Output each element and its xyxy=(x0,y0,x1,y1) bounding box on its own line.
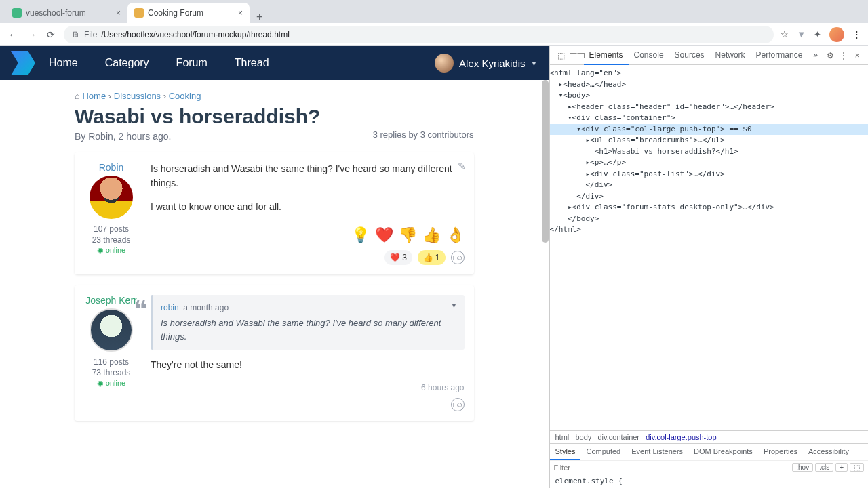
subtab-computed[interactable]: Computed xyxy=(580,444,626,460)
inspect-icon[interactable]: ⬚ xyxy=(554,51,569,60)
styles-tabs: Styles Computed Event Listeners DOM Brea… xyxy=(550,443,869,460)
add-reaction-button[interactable]: +☺ xyxy=(451,251,465,264)
subtab-breakpoints[interactable]: DOM Breakpoints xyxy=(688,444,758,460)
star-icon[interactable]: ☆ xyxy=(781,29,789,39)
tab-console[interactable]: Console xyxy=(629,46,669,65)
close-icon[interactable]: × xyxy=(116,8,121,18)
edit-icon[interactable]: ✎ xyxy=(458,161,466,171)
vue-devtools-icon[interactable]: ▼ xyxy=(797,29,806,39)
reaction-ok-icon[interactable]: 👌 xyxy=(446,224,465,246)
menu-icon[interactable]: ⋮ xyxy=(837,51,850,60)
address-bar[interactable]: 🗎 File /Users/hootlex/vueschool/forum-mo… xyxy=(64,26,774,43)
browser-tab-2[interactable]: Cooking Forum × xyxy=(127,3,250,23)
add-rule-button[interactable]: + xyxy=(835,463,848,472)
quote-body: Is horseradish and Wasabi the same thing… xyxy=(161,317,456,343)
dom-line[interactable]: ▸<ul class="breadcrumbs">…</ul> xyxy=(550,135,869,146)
subtab-listeners[interactable]: Event Listeners xyxy=(626,444,688,460)
author-link[interactable]: Robin xyxy=(84,162,138,173)
tab-sources[interactable]: Sources xyxy=(669,46,710,65)
dom-tree[interactable]: <html lang="en"> ▸<head>…</head> ▾<body>… xyxy=(550,65,869,430)
close-icon[interactable]: × xyxy=(238,8,243,18)
cls-button[interactable]: .cls xyxy=(815,463,833,472)
subtab-styles[interactable]: Styles xyxy=(550,444,581,460)
device-icon[interactable]: ⬚ xyxy=(850,463,864,472)
devtools-panel: ⬚ ⫍⫎ Elements Console Sources Network Pe… xyxy=(549,46,869,488)
tab-performance[interactable]: Performance xyxy=(751,46,808,65)
reaction-heart-icon[interactable]: ❤️ xyxy=(375,224,393,246)
device-toggle-icon[interactable]: ⫍⫎ xyxy=(569,51,584,60)
primary-nav: Home Category Forum Thread xyxy=(49,57,269,69)
add-reaction-button[interactable]: +☺ xyxy=(451,398,465,411)
author-avatar[interactable] xyxy=(90,308,133,352)
gear-icon[interactable]: ⚙ xyxy=(823,51,837,60)
close-icon[interactable]: × xyxy=(850,51,864,60)
author-threads: 73 threads xyxy=(84,368,138,378)
dom-line[interactable]: <h1>Wasabi vs horseraddish?</h1> xyxy=(550,146,869,158)
subtab-properties[interactable]: Properties xyxy=(758,444,803,460)
home-icon[interactable]: ⌂ xyxy=(75,91,80,101)
dom-line[interactable]: ▸<header class="header" id="header">…</h… xyxy=(550,102,869,113)
dom-line[interactable]: </html> xyxy=(550,224,869,236)
post-text: I want to know once and for all. xyxy=(151,200,465,214)
reaction-thumbsdown-icon[interactable]: 👎 xyxy=(399,224,417,246)
tab-network[interactable]: Network xyxy=(710,46,751,65)
reload-button[interactable]: ⟳ xyxy=(45,28,57,41)
hov-button[interactable]: :hov xyxy=(792,463,813,472)
dom-line[interactable]: ▸<p>…</p> xyxy=(550,157,869,169)
online-status: online xyxy=(84,246,138,255)
filter-input[interactable] xyxy=(554,464,791,472)
menu-icon[interactable]: ⋮ xyxy=(852,29,861,39)
post-text: They're not the same! xyxy=(151,358,465,372)
nav-thread[interactable]: Thread xyxy=(235,57,269,69)
site-logo[interactable] xyxy=(11,51,35,75)
dom-line[interactable]: <html lang="en"> xyxy=(550,68,869,79)
dom-line-selected[interactable]: ▾<div class="col-large push-top"> == $0 xyxy=(550,124,869,136)
subtab-accessibility[interactable]: Accessibility xyxy=(803,444,854,460)
forward-button[interactable]: → xyxy=(26,28,38,41)
dom-line[interactable]: ▸<div class="post-list">…</div> xyxy=(550,169,869,180)
dom-line[interactable]: ▸<div class="forum-stats desktop-only">…… xyxy=(550,202,869,214)
dom-line[interactable]: </div> xyxy=(550,180,869,191)
author-posts: 107 posts xyxy=(84,224,138,234)
nav-forum[interactable]: Forum xyxy=(176,57,208,69)
quote-block: ❝ ▼ robin a month ago Is horseradish and… xyxy=(151,295,465,350)
post-text: Is horseradish and Wasabi the same thing… xyxy=(151,162,465,190)
browser-tab-1[interactable]: vueschool-forum × xyxy=(5,3,127,23)
crumb-home[interactable]: Home xyxy=(82,91,106,101)
dom-line[interactable]: ▾<body> xyxy=(550,90,869,102)
site-header: Home Category Forum Thread Alex Kyriakid… xyxy=(0,46,549,80)
crumb-discussions[interactable]: Discussions xyxy=(114,91,161,101)
page-viewport: Home Category Forum Thread Alex Kyriakid… xyxy=(0,46,549,488)
more-tabs[interactable]: » xyxy=(808,46,823,65)
reaction-bulb-icon[interactable]: 💡 xyxy=(351,224,370,246)
post-author-panel: Robin 107 posts 23 threads online xyxy=(84,162,138,265)
file-label: File xyxy=(84,30,97,39)
quote-author[interactable]: robin xyxy=(161,303,179,312)
nav-home[interactable]: Home xyxy=(49,57,78,69)
user-menu[interactable]: Alex Kyriakidis ▼ xyxy=(435,54,537,73)
user-avatar-icon xyxy=(435,54,454,73)
author-link[interactable]: Joseph Kerr xyxy=(84,295,138,306)
post-body: ❝ ▼ robin a month ago Is horseradish and… xyxy=(151,295,465,411)
dom-line[interactable]: ▾<div class="container"> xyxy=(550,113,869,124)
style-rule[interactable]: element.style { xyxy=(550,474,869,488)
dom-line[interactable]: </body> xyxy=(550,214,869,225)
chevron-down-icon[interactable]: ▼ xyxy=(451,300,458,310)
dom-breadcrumb[interactable]: html body div.container div.col-large.pu… xyxy=(550,430,869,443)
nav-category[interactable]: Category xyxy=(105,57,149,69)
reaction-thumbsup-icon[interactable]: 👍 xyxy=(422,224,441,246)
dom-line[interactable]: ▸<head>…</head> xyxy=(550,79,869,91)
scrollbar[interactable] xyxy=(542,80,549,243)
dom-line[interactable]: </div> xyxy=(550,191,869,203)
author-avatar[interactable] xyxy=(90,176,133,219)
reaction-count[interactable]: ❤️3 xyxy=(384,250,412,265)
back-button[interactable]: ← xyxy=(7,28,19,41)
reaction-count[interactable]: 👍1 xyxy=(418,250,446,265)
profile-avatar[interactable] xyxy=(829,27,844,42)
tab-elements[interactable]: Elements xyxy=(584,46,629,65)
new-tab-button[interactable]: + xyxy=(250,11,269,23)
extensions-icon[interactable]: ✦ xyxy=(814,29,821,39)
crumb-cooking[interactable]: Cooking xyxy=(169,91,201,101)
tab-strip: vueschool-forum × Cooking Forum × + xyxy=(0,0,868,23)
tab-title: Cooking Forum xyxy=(148,8,203,18)
